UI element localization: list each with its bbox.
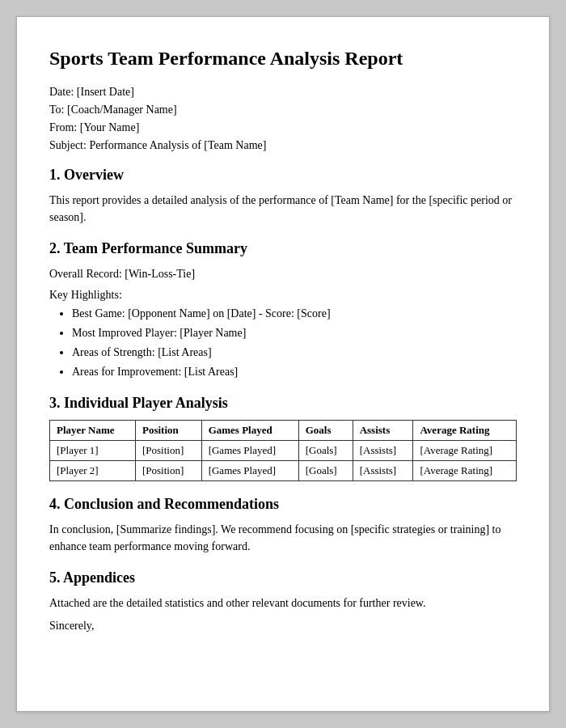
col-avg-rating: Average Rating — [413, 421, 517, 441]
cell-assists: [Assists] — [353, 461, 413, 481]
meta-to: To: [Coach/Manager Name] — [49, 104, 517, 116]
cell-position: [Position] — [135, 461, 201, 481]
cell-games-played: [Games Played] — [201, 461, 298, 481]
list-item: Most Improved Player: [Player Name] — [72, 324, 517, 341]
cell-avg-rating: [Average Rating] — [413, 441, 517, 461]
highlights-list: Best Game: [Opponent Name] on [Date] - S… — [49, 305, 517, 380]
cell-assists: [Assists] — [353, 441, 413, 461]
table-row: [Player 1] [Position] [Games Played] [Go… — [50, 441, 517, 461]
table-header-row: Player Name Position Games Played Goals … — [50, 421, 517, 441]
meta-subject: Subject: Performance Analysis of [Team N… — [49, 139, 517, 152]
meta-date: Date: [Insert Date] — [49, 86, 517, 99]
report-title: Sports Team Performance Analysis Report — [49, 46, 517, 71]
section-team-performance-heading: 2. Team Performance Summary — [49, 240, 517, 257]
player-table: Player Name Position Games Played Goals … — [49, 420, 517, 481]
conclusion-body: In conclusion, [Summarize findings]. We … — [49, 521, 517, 555]
overview-body: This report provides a detailed analysis… — [49, 192, 517, 226]
col-goals: Goals — [298, 421, 353, 441]
section-appendices-heading: 5. Appendices — [49, 569, 517, 586]
section-overview-heading: 1. Overview — [49, 167, 517, 184]
col-assists: Assists — [353, 421, 413, 441]
overall-record: Overall Record: [Win-Loss-Tie] — [49, 265, 517, 282]
cell-player-name: [Player 2] — [50, 461, 136, 481]
cell-avg-rating: [Average Rating] — [413, 461, 517, 481]
col-player-name: Player Name — [50, 421, 136, 441]
section-player-analysis-heading: 3. Individual Player Analysis — [49, 395, 517, 412]
list-item: Areas for Improvement: [List Areas] — [72, 363, 517, 380]
cell-games-played: [Games Played] — [201, 441, 298, 461]
table-row: [Player 2] [Position] [Games Played] [Go… — [50, 461, 517, 481]
col-games-played: Games Played — [201, 421, 298, 441]
cell-goals: [Goals] — [298, 461, 353, 481]
cell-position: [Position] — [135, 441, 201, 461]
closing: Sincerely, — [49, 620, 517, 633]
highlights-label: Key Highlights: — [49, 289, 517, 302]
list-item: Best Game: [Opponent Name] on [Date] - S… — [72, 305, 517, 322]
meta-from: From: [Your Name] — [49, 121, 517, 134]
section-conclusion-heading: 4. Conclusion and Recommendations — [49, 496, 517, 513]
col-position: Position — [135, 421, 201, 441]
appendices-body: Attached are the detailed statistics and… — [49, 595, 517, 612]
cell-player-name: [Player 1] — [50, 441, 136, 461]
report-page: Sports Team Performance Analysis Report … — [16, 16, 550, 712]
list-item: Areas of Strength: [List Areas] — [72, 344, 517, 361]
cell-goals: [Goals] — [298, 441, 353, 461]
